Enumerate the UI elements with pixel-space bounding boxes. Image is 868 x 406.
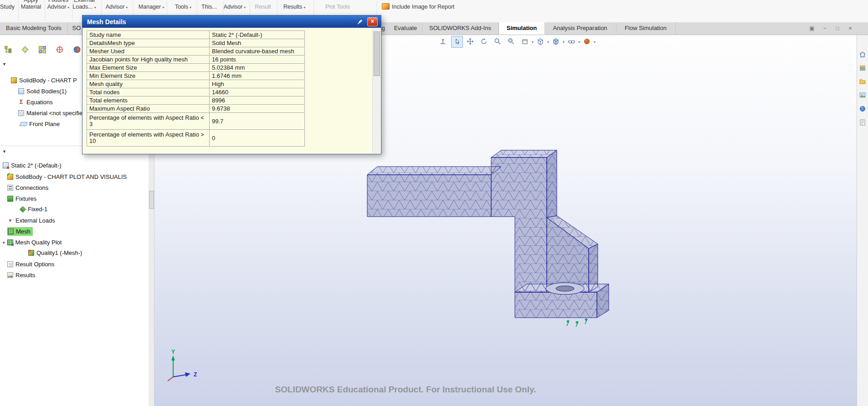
flyout-tree-collapse-icon[interactable] [2,62,6,66]
table-row: Study nameStatic 2* (-Default-) [87,31,305,39]
result-options-icon [7,261,13,267]
mesh-details-dialog[interactable]: Mesh Details Study nameStatic 2* (-Defau… [82,15,381,154]
home-icon[interactable] [858,50,867,58]
detail-value: Static 2* (-Default-) [210,31,305,39]
ribbon-group-this[interactable]: This... [201,4,217,10]
tree-item-equations[interactable]: Equations [18,97,53,107]
hide-show-items-icon[interactable] [566,36,577,47]
detail-value: High [210,80,305,88]
results-folder-icon [7,272,13,278]
ribbon-group-manager[interactable]: Manager [139,4,164,11]
table-row: Mesher UsedBlended curvature-based mesh [87,47,305,56]
ribbon-group-external-loads[interactable]: ExternalLoads... [72,0,96,11]
detail-label: Percentage of elements with Aspect Ratio… [87,113,210,130]
study-item-solidbody[interactable]: SolidBody - CHART PLOT AND VISUALIS [7,172,127,182]
study-item-mesh[interactable]: Mesh [7,227,33,236]
study-tree-collapse-icon[interactable] [2,149,6,154]
tab-analysis-preparation[interactable]: Analysis Preparation [544,22,616,34]
ribbon-group-results[interactable]: Results [283,4,306,11]
tree-item-material[interactable]: Material <not specifie [18,108,82,118]
design-library-icon[interactable] [858,64,867,72]
select-tool-icon[interactable] [451,36,463,48]
ribbon-group-advisor-1[interactable]: Advisor [106,4,128,11]
tree-item-solid-bodies[interactable]: Solid Bodies(1) [18,86,67,96]
tab-evaluate[interactable]: Evaluate [389,22,422,34]
study-item-mesh-quality-plot[interactable]: Mesh Quality Plot [3,238,62,247]
study-icon [3,162,9,168]
detail-label: Study name [87,31,210,39]
material-icon [18,110,24,116]
dimxpert-manager-tab-icon[interactable] [55,45,65,55]
tab-simulation[interactable]: Simulation [498,22,545,35]
dialog-title: Mesh Details [87,18,126,25]
scrollbar-thumb[interactable] [374,31,380,76]
study-item-connections[interactable]: Connections [7,183,48,193]
include-image-for-report-option[interactable]: Include Image for Report [392,4,455,10]
panel-splitter-grip[interactable] [149,191,154,209]
ribbon-group-study[interactable]: Study [0,4,15,10]
connections-icon [7,185,13,191]
table-row: DetailsMesh typeSolid Mesh [87,39,305,47]
study-item-quality1[interactable]: Quality1 (-Mesh-) [28,248,82,258]
dialog-body: Study nameStatic 2* (-Default-) DetailsM… [83,28,380,153]
view-palette-icon[interactable] [858,91,867,99]
view-orientation-icon[interactable] [535,36,546,47]
table-row: Max Element Size5.02384 mm [87,64,305,72]
configuration-manager-tab-icon[interactable] [37,45,47,55]
detail-value: 99.7 [210,113,305,130]
table-row: Percentage of elements with Aspect Ratio… [87,113,305,130]
ribbon-group-tools[interactable]: Tools [175,4,191,11]
pan-icon[interactable] [465,36,476,47]
ribbon-group-fixtures-advisor[interactable]: FixturesAdvisor [47,0,70,11]
zoom-area-icon[interactable] [506,36,517,47]
pin-icon[interactable] [357,18,364,25]
study-item-fixed-1[interactable]: Fixed-1 [20,204,47,214]
minimize-button[interactable] [820,25,829,32]
expand-arrow-icon[interactable] [3,240,5,245]
detail-value: Solid Mesh [210,39,305,47]
tree-item-solidbody[interactable]: SolidBody - CHART P [11,76,77,85]
dock-icon[interactable] [807,25,817,32]
part-icon [11,77,17,83]
close-icon[interactable] [367,17,378,26]
dialog-scrollbar[interactable] [372,28,380,153]
study-item-results[interactable]: Results [7,270,35,280]
ribbon-group-advisor-2[interactable]: Advisor [224,4,246,11]
property-manager-tab-icon[interactable] [20,45,30,55]
study-item-result-options[interactable]: Result Options [7,259,54,269]
tab-solidworks-add-ins[interactable]: SOLIDWORKS Add-Ins [422,22,499,34]
restore-button[interactable] [833,25,842,32]
custom-properties-icon[interactable] [858,118,867,127]
display-manager-tab-icon[interactable] [72,45,82,55]
feature-tree-tab-icon[interactable] [3,45,13,55]
panel-tabs [3,45,82,55]
external-loads-icon [7,218,13,223]
section-view-icon[interactable] [519,36,530,47]
appearances-icon[interactable] [858,105,867,113]
ribbon-group-result: Result [255,4,271,10]
detail-label: Mesh quality [87,80,210,88]
table-row: Mesh qualityHigh [87,80,305,88]
fixture-symbols [566,318,587,327]
solid-bodies-folder-icon [18,88,24,94]
normal-to-icon[interactable] [437,36,448,47]
study-item-static2[interactable]: Static 2* (-Default-) [3,161,62,170]
file-explorer-icon[interactable] [858,77,867,86]
zoom-fit-icon[interactable] [492,36,503,47]
rotate-view-icon[interactable] [478,36,489,47]
detail-label: Jacobian points for High quality mesh [87,56,210,64]
study-item-fixtures[interactable]: Fixtures [7,194,36,203]
detail-value: 9.6738 [210,105,305,113]
detail-value: Blended curvature-based mesh [210,47,305,56]
edit-appearance-icon[interactable] [581,36,592,47]
tree-item-front-plane[interactable]: Front Plane [20,119,60,129]
tab-flow-simulation[interactable]: Flow Simulation [616,22,676,34]
study-item-external-loads[interactable]: External Loads [7,216,55,225]
table-row: Jacobian points for High quality mesh16 … [87,56,305,64]
display-style-icon[interactable] [550,36,561,47]
ribbon-group-apply-material[interactable]: ApplyMaterial [21,0,41,10]
tab-basic-modeling-tools[interactable]: Basic Modeling Tools [0,22,68,34]
close-window-button[interactable] [846,25,855,32]
dialog-titlebar[interactable]: Mesh Details [82,15,381,28]
detail-label: Total elements [87,96,210,105]
